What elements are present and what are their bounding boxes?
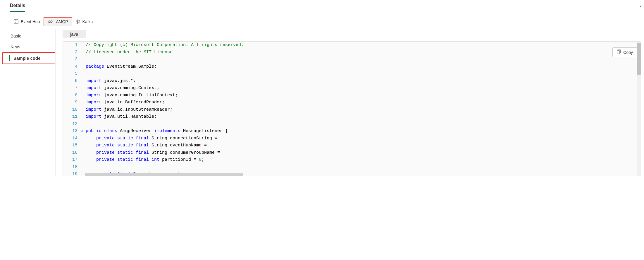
- line-number: 8: [63, 92, 79, 99]
- line-number: 16: [63, 149, 79, 157]
- copy-label: Copy: [623, 50, 633, 55]
- code-line: 18: [63, 164, 641, 171]
- code-line: 3: [63, 56, 641, 63]
- eventhub-icon: [14, 19, 18, 24]
- tab-eventhub[interactable]: Event Hub: [10, 17, 44, 26]
- tab-label: Kafka: [82, 19, 93, 24]
- code-line: 14 private static final String connectio…: [63, 135, 641, 142]
- amqp-icon: [48, 20, 54, 24]
- protocol-tabs: Event Hub AMQP Kafka: [0, 12, 644, 29]
- code-text: import java.io.InputStreamReader;: [85, 106, 641, 114]
- code-text: [85, 121, 641, 128]
- tab-label: AMQP: [56, 19, 68, 24]
- details-tab[interactable]: Details: [10, 3, 25, 12]
- code-line: 10import java.io.InputStreamReader;: [63, 106, 641, 114]
- line-number: 6: [63, 78, 79, 85]
- vertical-scrollbar-thumb[interactable]: [637, 43, 641, 75]
- code-line: 2// Licensed under the MIT License.: [63, 49, 641, 56]
- copy-icon: [617, 49, 621, 55]
- line-number: 15: [63, 142, 79, 149]
- line-number: 4: [63, 63, 79, 71]
- code-text: import javax.jms.*;: [85, 78, 641, 85]
- svg-point-3: [15, 22, 16, 23]
- fold-gutter[interactable]: ⊟: [79, 128, 85, 135]
- code-text: private static final int partitionId = 0…: [85, 156, 641, 164]
- code-text: import java.util.Hashtable;: [85, 113, 641, 121]
- line-number: 13: [63, 128, 79, 135]
- svg-point-6: [77, 23, 78, 24]
- svg-point-7: [79, 20, 80, 21]
- code-box: Copy 1// Copyright (c) Microsoft Corpora…: [63, 41, 641, 176]
- details-header: Details ⌄: [0, 0, 644, 12]
- svg-rect-0: [14, 20, 18, 24]
- code-line: 16 private static final String consumerG…: [63, 149, 641, 157]
- svg-point-1: [15, 20, 16, 21]
- code-text: // Licensed under the MIT License.: [85, 49, 641, 56]
- main-area: Basic Keys Sample code java Copy 1// Cop…: [0, 29, 644, 176]
- code-text: // Copyright (c) Microsoft Corporation. …: [85, 42, 641, 49]
- code-line: 11import java.util.Hashtable;: [63, 113, 641, 121]
- code-line: 4package EventStream.Sample;: [63, 63, 641, 71]
- code-text: public class AmqpReceiver implements Mes…: [85, 128, 641, 135]
- svg-point-8: [79, 22, 80, 23]
- line-number: 7: [63, 85, 79, 92]
- line-number: 2: [63, 49, 79, 56]
- svg-point-2: [17, 20, 17, 21]
- kafka-icon: [76, 19, 80, 24]
- tab-kafka[interactable]: Kafka: [72, 17, 97, 26]
- line-number: 3: [63, 56, 79, 63]
- sidebar-item-basic[interactable]: Basic: [0, 30, 55, 41]
- code-text: private static final String eventHubName…: [85, 142, 641, 149]
- horizontal-scrollbar-thumb[interactable]: [85, 173, 243, 176]
- code-line: 7import javax.naming.Context;: [63, 85, 641, 92]
- code-text: import java.io.BufferedReader;: [85, 99, 641, 106]
- svg-rect-14: [617, 51, 620, 54]
- code-text: [85, 56, 641, 63]
- line-number: 11: [63, 113, 79, 121]
- code-text: [85, 70, 641, 78]
- code-text: import javax.naming.Context;: [85, 85, 641, 92]
- line-number: 9: [63, 99, 79, 106]
- line-number: 17: [63, 156, 79, 164]
- svg-point-5: [77, 20, 78, 21]
- code-line: 6import javax.jms.*;: [63, 78, 641, 85]
- code-line: 1// Copyright (c) Microsoft Corporation.…: [63, 42, 641, 49]
- code-text: private static final String connectionSt…: [85, 135, 641, 142]
- code-text: private static final String consumerGrou…: [85, 149, 641, 157]
- code-line: 5: [63, 70, 641, 78]
- line-number: 5: [63, 70, 79, 78]
- line-number: 18: [63, 164, 79, 171]
- line-number: 19: [63, 171, 79, 176]
- tab-label: Event Hub: [21, 19, 40, 24]
- collapse-caret-icon[interactable]: ⌄: [638, 3, 643, 8]
- tab-amqp[interactable]: AMQP: [44, 17, 72, 26]
- code-text: [85, 164, 641, 171]
- code-text: package EventStream.Sample;: [85, 63, 641, 71]
- code-line: 9import java.io.BufferedReader;: [63, 99, 641, 106]
- line-number: 12: [63, 121, 79, 128]
- copy-button[interactable]: Copy: [612, 47, 637, 57]
- line-number: 10: [63, 106, 79, 114]
- code-line: 12: [63, 121, 641, 128]
- code-line: 8import javax.naming.InitialContext;: [63, 92, 641, 99]
- side-nav: Basic Keys Sample code: [0, 29, 56, 176]
- code-line: 13⊟public class AmqpReceiver implements …: [63, 128, 641, 135]
- language-tab[interactable]: java: [63, 30, 86, 38]
- code-text: import javax.naming.InitialContext;: [85, 92, 641, 99]
- line-number: 14: [63, 135, 79, 142]
- code-line: 17 private static final int partitionId …: [63, 156, 641, 164]
- sidebar-item-keys[interactable]: Keys: [0, 41, 55, 52]
- content-area: java Copy 1// Copyright (c) Microsoft Co…: [56, 29, 644, 176]
- svg-line-12: [78, 22, 79, 22]
- vertical-scrollbar-track[interactable]: [637, 42, 641, 176]
- code-line: 15 private static final String eventHubN…: [63, 142, 641, 149]
- svg-point-4: [17, 22, 17, 23]
- code-editor[interactable]: 1// Copyright (c) Microsoft Corporation.…: [63, 42, 641, 176]
- sidebar-item-sample-code[interactable]: Sample code: [3, 53, 55, 64]
- line-number: 1: [63, 42, 79, 49]
